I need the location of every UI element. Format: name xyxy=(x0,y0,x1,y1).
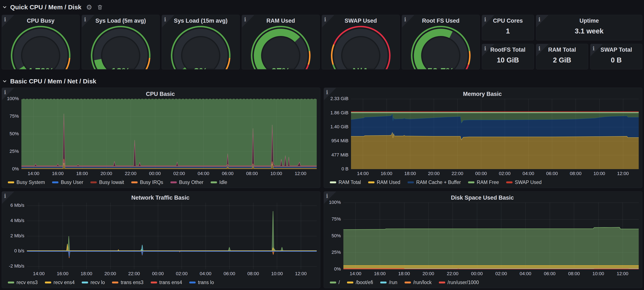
info-icon[interactable]: i xyxy=(536,44,548,56)
info-icon[interactable]: i xyxy=(2,88,14,100)
legend-swatch-icon xyxy=(90,182,97,183)
info-icon[interactable]: i xyxy=(322,15,334,27)
panel-title[interactable]: Network Traffic Basic xyxy=(4,193,317,200)
legend-swatch-icon xyxy=(347,282,353,284)
legend-item[interactable]: Busy System xyxy=(8,180,45,185)
x-tick-label: 16:00 xyxy=(57,271,68,276)
legend-item[interactable]: /run/user/1000 xyxy=(439,280,479,285)
legend-item[interactable]: Idle xyxy=(211,180,227,185)
legend-swatch-icon xyxy=(151,282,157,284)
info-icon[interactable]: i xyxy=(402,15,414,27)
x-tick-label: 12:00 xyxy=(295,171,306,176)
info-icon[interactable]: i xyxy=(242,15,254,27)
y-tick-label: 4 Mb/s xyxy=(10,218,24,223)
y-tick-label: 75% xyxy=(10,114,19,119)
legend-label: recv ens4 xyxy=(54,280,75,285)
info-icon[interactable]: i xyxy=(2,15,14,27)
memory-basic-canvas[interactable] xyxy=(351,99,639,169)
legend-item[interactable]: SWAP Used xyxy=(506,180,542,185)
info-icon[interactable]: i xyxy=(590,44,603,56)
x-tick-label: 22:00 xyxy=(128,271,140,276)
panel-title[interactable]: Memory Basic xyxy=(326,89,639,97)
x-tick-label: 20:00 xyxy=(104,271,116,276)
chevron-down-icon xyxy=(2,79,7,84)
panel-title[interactable]: CPU Basic xyxy=(4,89,317,97)
legend-item[interactable]: recv lo xyxy=(82,280,105,285)
gauge-value: 3% xyxy=(162,66,240,70)
ram-used-gauge: 67% xyxy=(242,24,320,70)
stat-value: 3.1 week xyxy=(536,24,642,40)
legend-item[interactable]: Busy IRQs xyxy=(131,180,163,185)
legend-item[interactable]: RAM Used xyxy=(368,180,400,185)
chevron-down-icon xyxy=(2,5,7,10)
x-tick-label: 04:00 xyxy=(198,171,209,176)
info-icon[interactable]: i xyxy=(2,192,14,204)
panel-title[interactable]: Uptime xyxy=(536,15,642,24)
info-icon[interactable]: i xyxy=(536,15,548,27)
legend-label: RAM Used xyxy=(377,180,400,185)
legend-item[interactable]: trans ens4 xyxy=(151,280,182,285)
trash-icon[interactable] xyxy=(97,4,103,10)
cpu-basic-canvas[interactable] xyxy=(22,99,317,169)
legend-label: RAM Free xyxy=(477,180,499,185)
panel-memory-basic: i Memory Basic 0 B477 MiB954 MiB1.40 GiB… xyxy=(324,88,642,188)
section-header-basic[interactable]: Basic CPU / Mem / Net / Disk xyxy=(2,70,642,88)
gear-icon[interactable]: ⚙ xyxy=(86,4,92,10)
panel-uptime: i Uptime 3.1 week xyxy=(536,15,642,40)
legend-swatch-icon xyxy=(8,182,14,183)
disk-space-canvas[interactable] xyxy=(344,202,639,269)
legend-item[interactable]: RAM Cache + Buffer xyxy=(408,180,461,185)
legend-label: trans ens4 xyxy=(160,280,182,285)
x-tick-label: 04:00 xyxy=(520,271,531,276)
legend-item[interactable]: / xyxy=(330,280,340,285)
y-tick-label: 477 MiB xyxy=(331,152,348,158)
legend-item[interactable]: RAM Free xyxy=(468,180,499,185)
panel-cpu-basic: i CPU Basic 0%25%50%75%100% 14:0016:0018… xyxy=(2,88,320,188)
info-icon[interactable]: i xyxy=(324,88,336,100)
legend-item[interactable]: recv ens4 xyxy=(45,280,75,285)
section-header-quick[interactable]: Quick CPU / Mem / Disk ⚙ xyxy=(2,0,642,12)
panel-title[interactable]: Disk Space Used Basic xyxy=(326,193,639,200)
y-tick-label: 1.86 GiB xyxy=(330,110,348,116)
info-icon[interactable]: i xyxy=(82,15,94,27)
x-tick-label: 20:00 xyxy=(100,171,112,176)
legend-item[interactable]: Busy Other xyxy=(170,180,204,185)
y-axis: 0 B477 MiB954 MiB1.40 GiB1.86 GiB2.33 Gi… xyxy=(326,99,351,169)
legend-item[interactable]: /boot/efi xyxy=(347,280,373,285)
network-traffic-canvas[interactable] xyxy=(27,202,317,269)
legend-item[interactable]: trans ens3 xyxy=(112,280,143,285)
cpu-busy-gauge: 4.79% xyxy=(2,24,80,70)
x-tick-label: 08:00 xyxy=(570,171,582,176)
legend-item[interactable]: trans lo xyxy=(189,280,214,285)
x-tick-label: 18:00 xyxy=(398,271,410,276)
x-axis: 14:0016:0018:0020:0022:0000:0002:0004:00… xyxy=(27,269,317,278)
x-tick-label: 20:00 xyxy=(422,271,434,276)
y-tick-label: 0% xyxy=(12,166,19,172)
info-icon[interactable]: i xyxy=(162,15,174,27)
legend-swatch-icon xyxy=(506,182,512,183)
info-icon[interactable]: i xyxy=(482,15,494,27)
x-tick-label: 02:00 xyxy=(174,171,185,176)
legend-item[interactable]: /run xyxy=(380,280,397,285)
legend-item[interactable]: /run/lock xyxy=(404,280,432,285)
legend-label: Busy User xyxy=(61,180,83,185)
legend-swatch-icon xyxy=(380,282,386,284)
x-tick-label: 14:00 xyxy=(357,171,368,176)
charts-grid: i CPU Basic 0%25%50%75%100% 14:0016:0018… xyxy=(2,88,642,288)
x-tick-label: 02:00 xyxy=(176,271,188,276)
x-tick-label: 04:00 xyxy=(200,271,211,276)
legend-item[interactable]: recv ens3 xyxy=(8,280,38,285)
legend-label: trans lo xyxy=(198,280,214,285)
legend-item[interactable]: RAM Total xyxy=(330,180,361,185)
legend-label: /run/user/1000 xyxy=(448,280,479,285)
info-icon[interactable]: i xyxy=(324,192,336,204)
x-tick-label: 04:00 xyxy=(522,171,534,176)
legend-item[interactable]: Busy User xyxy=(52,180,83,185)
x-tick-label: 10:00 xyxy=(592,271,604,276)
x-tick-label: 00:00 xyxy=(152,271,164,276)
x-tick-label: 00:00 xyxy=(149,171,161,176)
legend-item[interactable]: Busy Iowait xyxy=(90,180,124,185)
info-icon[interactable]: i xyxy=(482,44,494,56)
x-tick-label: 16:00 xyxy=(52,171,64,176)
x-tick-label: 08:00 xyxy=(247,271,259,276)
